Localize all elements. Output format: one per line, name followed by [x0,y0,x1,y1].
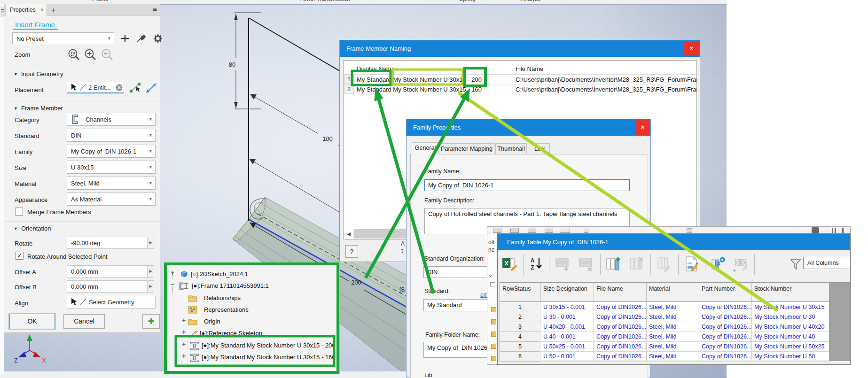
flip-direction-icon[interactable] [146,83,156,93]
standard-dropdown[interactable]: DIN ▼ [67,129,156,142]
col-part-number[interactable]: Part Number [699,283,752,302]
row-status-cell[interactable]: 6 [500,352,540,362]
merge-frame-members-checkbox[interactable] [15,208,23,216]
section-frame-member[interactable]: ▼Frame Member [14,105,63,112]
cell-file[interactable]: Copy of DIN1026... [594,342,647,352]
tree-expander-icon[interactable]: + [182,328,186,336]
ok-button[interactable]: OK [9,314,55,329]
naming-row-display-name[interactable]: My Standard My Stock Number U 30x15 - 16… [357,86,482,93]
offset-b-input[interactable]: 0.000 mm [67,280,148,293]
naming-row-file-name[interactable]: C:\Users\pribanj\Documents\Inventor\M28_… [516,76,697,83]
ribbon-tab-power-transmission[interactable]: Power Transmission [299,0,350,2]
col-stock-number[interactable]: Stock Number [752,283,830,302]
tree-expander-icon[interactable]: + [182,352,186,360]
command-title[interactable]: Insert Frame [15,21,55,29]
offset-b-flyout-icon[interactable]: ▶ [147,280,154,293]
cancel-button[interactable]: Cancel [63,314,105,329]
famprops-close-button[interactable]: ✕ [635,120,650,135]
col-rowstatus[interactable]: RowStatus [500,283,541,302]
tab-general[interactable]: General [412,142,439,154]
section-orientation[interactable]: ▼Orientation [14,225,51,232]
section-input-geometry[interactable]: ▼Input Geometry [14,70,63,77]
tab-link[interactable]: Link [530,143,550,154]
naming-row-display-name[interactable]: My Standard My Stock Number U 30x15 - 20… [357,76,482,83]
cell-material[interactable]: Steel, Mild [647,322,699,332]
appearance-dropdown[interactable]: As Material ▼ [67,193,156,206]
family-name-field[interactable]: My Copy of DIN 1026-1 [424,179,630,191]
placement-selector[interactable]: 2 Entit... [67,82,124,93]
famprops-titlebar[interactable]: Family Properties ✕ [407,119,650,136]
offset-a-flyout-icon[interactable]: ▶ [147,265,154,278]
cell-part[interactable]: Copy of DIN1026... [699,342,752,352]
scroll-left-arrow-icon[interactable]: ◀ [344,229,353,239]
naming-col-display-name[interactable]: Display Name [357,65,395,72]
eyedropper-icon[interactable] [137,35,145,42]
cell-material[interactable]: Steel, Mild [647,352,699,362]
category-dropdown[interactable]: Channels ▼ [67,113,156,126]
tree-expander-icon[interactable]: − [171,281,174,288]
sort-az-icon[interactable]: A Z [529,256,546,272]
rotate-flyout-icon[interactable]: ▶ [147,237,154,249]
cell-file[interactable]: Copy of DIN1026... [594,312,647,322]
ribbon-tab-frame[interactable]: Frame [92,0,109,2]
standard-field[interactable]: My Standard [423,299,492,311]
cell-part[interactable]: Copy of DIN1026... [699,352,752,362]
cell-stock[interactable]: My Stock Number U 50 [752,352,830,362]
cell-file[interactable]: Copy of DIN1026... [594,352,647,362]
settings-gear-icon[interactable] [154,34,162,43]
cell-size[interactable]: U 40 - 0.001 [541,332,594,342]
col-size-designation[interactable]: Size Designation [541,283,594,302]
row-status-cell[interactable]: 2 [500,312,540,322]
cell-size[interactable]: U 40x20 - 0.001 [541,322,594,332]
zoom-window-icon[interactable] [69,50,79,60]
family-table-scroll-area[interactable] [829,282,851,361]
cell-material[interactable]: Steel, Mild [647,302,699,312]
cell-part[interactable]: Copy of DIN1026... [699,322,752,332]
cell-stock[interactable]: My Stock Number U 40 [752,332,830,342]
zoom-in-icon[interactable] [86,50,96,60]
add-frame-member-button[interactable]: + [142,314,160,329]
cell-material[interactable]: Steel, Mild [647,312,699,322]
standard-organization-field[interactable]: DIN [423,266,492,278]
align-selector[interactable]: Select Geometry [67,296,156,309]
naming-help-button[interactable]: ? [345,245,358,258]
cell-size[interactable]: U 30 - 0.001 [541,312,594,322]
cell-size[interactable]: U 50x25 - 0.001 [541,342,594,352]
cell-file[interactable]: Copy of DIN1026... [594,322,647,332]
naming-col-file-name[interactable]: File Name [516,65,543,72]
rotate-around-point-checkbox[interactable]: ✓ [16,252,23,260]
select-sketch-lines-icon[interactable] [130,83,141,93]
excel-edit-icon[interactable]: X [501,256,518,272]
cell-file[interactable]: Copy of DIN1026... [594,332,647,342]
ribbon-tab-analyze[interactable]: Analyze [521,0,541,2]
naming-row-number[interactable]: 2 [344,85,354,94]
cell-stock[interactable]: My Stock Number U 50x25 [752,342,830,352]
row-status-cell[interactable]: 4 [500,332,540,342]
col-file-name[interactable]: File Name [594,283,647,302]
cell-part[interactable]: Copy of DIN1026... [699,312,752,322]
key-column-icon[interactable] [710,256,727,272]
add-preset-icon[interactable] [121,35,129,42]
row-status-cell[interactable]: 5 [500,342,540,352]
tree-expander-icon[interactable]: + [182,316,186,324]
cell-part[interactable]: Copy of DIN1026... [699,332,752,342]
tab-properties[interactable]: Properties × [5,4,47,16]
family-dropdown[interactable]: My Copy of DIN 1026-1 - ▼ [67,145,156,158]
material-dropdown[interactable]: Steel, Mild ▼ [67,177,156,190]
tab-parameter-mapping[interactable]: Parameter Mapping [439,143,494,154]
naming-dialog-titlebar[interactable]: Frame Member Naming ✕ [340,40,700,57]
cell-stock[interactable]: My Stock Number U 40x20 [752,322,830,332]
tab-thumbnail[interactable]: Thumbnail [495,143,527,154]
rotate-input[interactable]: -90.00 deg [67,237,148,249]
panel-menu-icon[interactable]: ≡ [153,5,157,13]
row-status-cell[interactable]: 3 [500,322,540,332]
cell-size[interactable]: U 50 - 0.001 [541,352,594,362]
famtable-titlebar[interactable]: Family Table:My Copy of DIN 1026-1 [498,234,850,250]
naming-close-button[interactable]: ✕ [684,41,699,56]
cell-file[interactable]: Copy of DIN1026... [594,302,647,312]
filter-icon[interactable] [790,256,801,272]
panel-grip-icon[interactable]: ☰ [0,7,4,17]
naming-row-file-name[interactable]: C:\Users\pribanj\Documents\Inventor\M28_… [516,86,697,93]
naming-row-number[interactable]: 1 [344,75,354,84]
size-dropdown[interactable]: U 30x15 ▼ [67,161,156,174]
